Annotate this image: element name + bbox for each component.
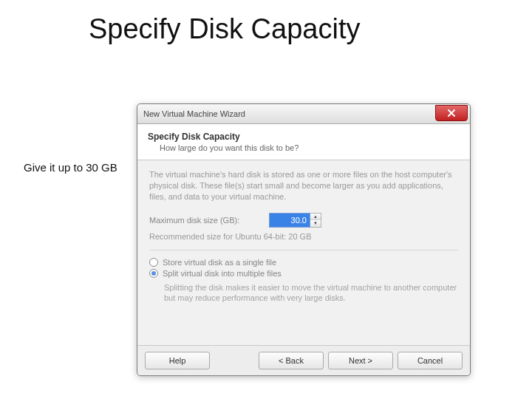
titlebar[interactable]: New Virtual Machine Wizard bbox=[137, 104, 470, 124]
spin-buttons: ▲ ▼ bbox=[310, 213, 321, 228]
slide-title: Specify Disk Capacity bbox=[89, 13, 360, 45]
wizard-footer: Help < Back Next > Cancel bbox=[137, 345, 470, 375]
max-disk-label: Maximum disk size (GB): bbox=[149, 216, 260, 225]
spin-down-button[interactable]: ▼ bbox=[310, 220, 321, 227]
max-disk-input[interactable] bbox=[269, 213, 310, 228]
spin-up-button[interactable]: ▲ bbox=[310, 214, 321, 221]
radio-icon bbox=[149, 269, 158, 278]
window-title: New Virtual Machine Wizard bbox=[143, 109, 245, 118]
max-disk-row: Maximum disk size (GB): ▲ ▼ bbox=[149, 213, 458, 228]
side-note: Give it up to 30 GB bbox=[24, 161, 117, 174]
radio-split-label: Split virtual disk into multiple files bbox=[163, 269, 282, 278]
max-disk-spinner: ▲ ▼ bbox=[269, 213, 321, 228]
description-text: The virtual machine's hard disk is store… bbox=[149, 169, 458, 202]
recommended-text: Recommended size for Ubuntu 64-bit: 20 G… bbox=[149, 232, 458, 241]
radio-icon bbox=[149, 258, 158, 267]
wizard-window: New Virtual Machine Wizard Specify Disk … bbox=[137, 103, 471, 376]
radio-split-files[interactable]: Split virtual disk into multiple files bbox=[149, 269, 458, 278]
header-question: How large do you want this disk to be? bbox=[160, 143, 460, 152]
radio-single-file[interactable]: Store virtual disk as a single file bbox=[149, 258, 458, 267]
wizard-body: The virtual machine's hard disk is store… bbox=[137, 160, 470, 345]
back-button[interactable]: < Back bbox=[259, 352, 324, 369]
split-note: Splitting the disk makes it easier to mo… bbox=[164, 282, 458, 304]
close-icon bbox=[447, 109, 456, 117]
wizard-header: Specify Disk Capacity How large do you w… bbox=[137, 124, 470, 160]
help-button[interactable]: Help bbox=[145, 352, 210, 369]
header-title: Specify Disk Capacity bbox=[148, 132, 460, 142]
close-button[interactable] bbox=[435, 105, 468, 121]
radio-single-label: Store virtual disk as a single file bbox=[163, 258, 276, 267]
separator bbox=[149, 250, 458, 250]
next-button[interactable]: Next > bbox=[328, 352, 393, 369]
cancel-button[interactable]: Cancel bbox=[398, 352, 463, 369]
